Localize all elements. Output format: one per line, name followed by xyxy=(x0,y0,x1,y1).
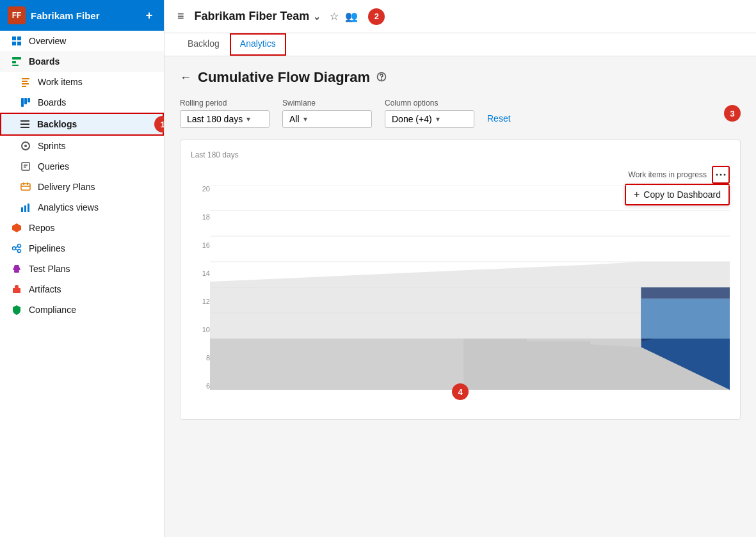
sidebar-item-label: Overview xyxy=(29,36,66,46)
compliance-icon xyxy=(11,304,22,316)
svg-rect-2 xyxy=(12,42,16,45)
sidebar-item-label: Artifacts xyxy=(29,284,61,294)
sidebar-item-label: Delivery Plans xyxy=(38,182,95,192)
sidebar-add-button[interactable]: + xyxy=(142,8,156,22)
work-items-label: Work items in progress xyxy=(629,170,707,179)
project-title: Fabrikam Fiber xyxy=(31,10,137,21)
annotation-1: 1 xyxy=(154,116,165,132)
y-axis: 6 8 10 12 14 16 18 20 xyxy=(191,185,210,390)
sidebar-item-delivery-plans[interactable]: Delivery Plans xyxy=(0,177,164,197)
svg-rect-6 xyxy=(12,65,19,66)
svg-rect-5 xyxy=(12,61,16,63)
sidebar-item-sprints[interactable]: Sprints xyxy=(0,136,164,156)
tab-analytics[interactable]: Analytics xyxy=(230,33,286,56)
sidebar-item-boards-group[interactable]: Boards xyxy=(0,51,164,72)
svg-rect-12 xyxy=(24,98,27,104)
svg-point-31 xyxy=(18,250,21,253)
topbar-icons: ☆ 👥 xyxy=(330,10,358,22)
rolling-period-select[interactable]: Last 180 days ▾ xyxy=(180,110,269,128)
sidebar-item-overview[interactable]: Overview xyxy=(0,31,164,51)
swimlane-select[interactable]: All ▾ xyxy=(282,110,372,128)
reset-button[interactable]: Reset xyxy=(487,113,511,124)
queries-icon xyxy=(20,161,31,172)
sidebar-item-pipelines[interactable]: Pipelines xyxy=(0,238,164,259)
svg-marker-51 xyxy=(641,287,730,299)
svg-rect-13 xyxy=(28,98,30,102)
help-icon[interactable] xyxy=(376,72,387,84)
sidebar-item-test-plans[interactable]: Test Plans xyxy=(0,259,164,279)
rolling-period-label: Rolling period xyxy=(180,99,269,108)
svg-point-39 xyxy=(720,174,722,176)
main-content: ≡ Fabrikam Fiber Team ⌄ ☆ 👥 2 Backlog An… xyxy=(165,0,756,537)
page-content: ← Cumulative Flow Diagram Rolling period… xyxy=(165,56,756,537)
svg-rect-19 xyxy=(22,163,29,170)
sidebar-item-queries[interactable]: Queries xyxy=(0,156,164,177)
sidebar-item-analytics-views[interactable]: Analytics views xyxy=(0,197,164,218)
svg-point-29 xyxy=(13,247,16,250)
svg-rect-26 xyxy=(21,207,23,212)
chart-container: Last 180 days Work items in progress + C… xyxy=(180,140,741,420)
y-label-16: 16 xyxy=(202,241,210,249)
topbar-star-icon[interactable]: ☆ xyxy=(330,10,339,22)
swimlane-arrow: ▾ xyxy=(303,115,307,124)
column-options-arrow: ▾ xyxy=(436,115,440,124)
sidebar: FF Fabrikam Fiber + Overview Boards Work… xyxy=(0,0,165,537)
svg-rect-1 xyxy=(17,36,21,40)
topbar-people-icon[interactable]: 👥 xyxy=(345,10,358,22)
sidebar-item-label: Work items xyxy=(38,77,83,87)
sidebar-item-compliance[interactable]: Compliance xyxy=(0,300,164,320)
y-label-14: 14 xyxy=(202,269,210,277)
sidebar-item-label: Compliance xyxy=(29,305,76,315)
svg-point-18 xyxy=(24,145,27,147)
svg-point-38 xyxy=(716,174,718,176)
rolling-period-filter: Rolling period Last 180 days ▾ xyxy=(180,99,269,128)
svg-rect-27 xyxy=(24,205,26,212)
annotation-3: 3 xyxy=(724,105,741,122)
svg-rect-10 xyxy=(22,86,26,87)
chart-svg xyxy=(210,185,730,390)
repos-icon xyxy=(11,222,22,234)
topbar-title: Fabrikam Fiber Team ⌄ xyxy=(195,10,321,23)
page-header: ← Cumulative Flow Diagram xyxy=(180,69,741,86)
svg-rect-9 xyxy=(22,83,29,84)
column-options-label: Column options xyxy=(385,99,474,108)
sidebar-item-label: Analytics views xyxy=(38,202,99,212)
svg-rect-22 xyxy=(21,184,30,190)
boards-group-icon xyxy=(11,56,22,67)
svg-marker-53 xyxy=(641,299,730,339)
back-button[interactable]: ← xyxy=(180,71,191,84)
page-title: Cumulative Flow Diagram xyxy=(198,69,370,86)
svg-rect-34 xyxy=(14,270,19,273)
column-options-filter: Column options Done (+4) ▾ xyxy=(385,99,474,128)
chart-period-label: Last 180 days xyxy=(191,150,730,159)
work-items-icon xyxy=(20,76,31,88)
topbar-menu-icon[interactable]: ≡ xyxy=(177,10,184,23)
sidebar-item-label: Test Plans xyxy=(29,264,70,274)
sidebar-item-repos[interactable]: Repos xyxy=(0,218,164,238)
sidebar-item-work-items[interactable]: Work items xyxy=(0,72,164,92)
svg-rect-35 xyxy=(13,288,20,293)
rolling-period-arrow: ▾ xyxy=(246,115,250,124)
tab-backlog[interactable]: Backlog xyxy=(177,33,230,56)
topbar-dropdown-arrow[interactable]: ⌄ xyxy=(313,12,321,22)
three-dots-button[interactable] xyxy=(712,166,730,184)
sidebar-item-label: Pipelines xyxy=(29,243,65,253)
svg-line-33 xyxy=(16,249,18,250)
pipelines-icon xyxy=(11,243,22,254)
sidebar-item-label: Sprints xyxy=(38,141,66,151)
sidebar-item-label: Boards xyxy=(38,97,66,108)
swimlane-label: Swimlane xyxy=(282,99,372,108)
annotation-2: 2 xyxy=(368,8,385,25)
test-plans-icon xyxy=(11,263,22,275)
y-label-12: 12 xyxy=(202,298,210,305)
chart-inner: Work items in progress + Copy to Dashboa… xyxy=(191,166,730,409)
sidebar-item-artifacts[interactable]: Artifacts xyxy=(0,279,164,300)
sidebar-item-boards[interactable]: Boards xyxy=(0,92,164,113)
svg-rect-16 xyxy=(20,127,29,128)
column-options-select[interactable]: Done (+4) ▾ xyxy=(385,110,474,128)
project-avatar: FF xyxy=(8,6,26,24)
overview-icon xyxy=(11,35,22,47)
sidebar-item-label: Boards xyxy=(29,56,60,67)
sidebar-item-backlogs[interactable]: Backlogs 1 xyxy=(0,113,164,136)
y-label-10: 10 xyxy=(202,326,210,333)
